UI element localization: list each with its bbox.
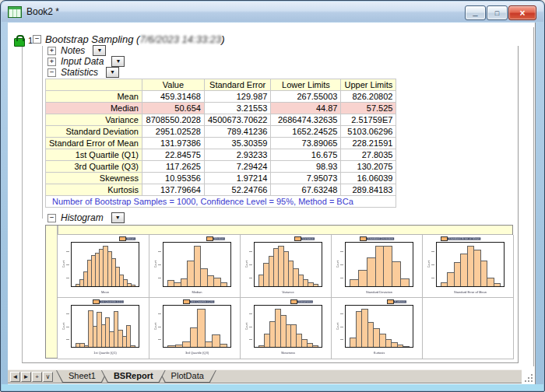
tab-scroll-right-button[interactable]: ►	[21, 372, 31, 382]
y-tick	[340, 313, 343, 314]
x-axis-label: 1st Quartile (Q1)	[84, 351, 127, 355]
maximize-icon: □	[495, 9, 499, 17]
histogram-bar	[312, 345, 318, 347]
histogram-bar	[130, 345, 135, 347]
row-label: Median	[46, 103, 142, 114]
input-data-dropdown-button[interactable]: ▼	[111, 56, 125, 67]
cell-value: 789.41236	[204, 126, 270, 138]
root-expander[interactable]: −	[33, 35, 41, 44]
cell-value: 16.675	[271, 149, 341, 161]
bootstrap-footnote: Number of Bootstrap Samples = 1000, Conf…	[46, 196, 396, 208]
cell-value: 1652.24525	[271, 126, 341, 138]
notes-expander[interactable]: +	[47, 47, 56, 55]
histogram-plot[interactable]	[345, 242, 413, 287]
resize-grip[interactable]	[525, 374, 533, 383]
grid-row-header	[46, 226, 58, 358]
histogram-plot[interactable]	[163, 242, 231, 287]
notes-label: Notes	[61, 45, 85, 56]
x-axis-label: Standard Error of Mean	[449, 290, 492, 294]
sheet-tab-plotdata[interactable]: PlotData	[159, 370, 216, 383]
section-input-data: + Input Data ▼	[47, 56, 125, 67]
histogram-cell-standard-deviation: Standard DeviationCountStandard Deviatio…	[332, 235, 423, 298]
cell-value: 57.525	[341, 103, 396, 114]
x-axis-label: Median	[176, 290, 219, 294]
cell-value: 826.20802	[341, 91, 396, 103]
maximize-button[interactable]: □	[487, 5, 508, 20]
cell-value: 137.79664	[142, 184, 204, 196]
column-header: Standard Error	[204, 79, 270, 91]
statistics-dropdown-button[interactable]: ▼	[106, 67, 119, 78]
cell-value: 5103.06296	[341, 126, 396, 138]
statistics-expander[interactable]: −	[47, 68, 56, 77]
vertical-scrollbar[interactable]	[533, 27, 534, 366]
table-row: Variance8708550.20284500673.706222686474…	[46, 114, 396, 126]
input-data-label: Input Data	[61, 56, 104, 67]
histogram-cell-mean: MeanCountMean	[58, 235, 149, 298]
x-axis-label: 3rd Quartile (Q3)	[176, 351, 219, 355]
legend-swatch	[93, 299, 100, 304]
sheet-tab-sheet1[interactable]: Sheet1	[56, 370, 108, 383]
histogram-plot[interactable]	[436, 242, 505, 287]
column-header	[46, 79, 142, 91]
chevron-down-icon: ▼	[115, 58, 121, 64]
legend-label: Mean	[126, 237, 135, 240]
window-title: Book2 *	[26, 6, 59, 17]
tab-label: Sheet1	[56, 370, 108, 382]
cell-value: 4500673.70622	[204, 114, 270, 126]
grid-column-header	[58, 226, 512, 235]
plot-legend: 3rd Quartile (Q3)	[183, 299, 234, 304]
y-tick	[158, 278, 161, 278]
histogram-plot[interactable]	[254, 242, 322, 287]
legend-label: Median	[213, 237, 225, 240]
histogram-plot[interactable]	[163, 305, 231, 348]
y-tick	[340, 327, 343, 327]
tab-scroll-left-button[interactable]: ◄	[10, 372, 20, 382]
report-root-row: − Bootstrap Sampling (7/6/2023 14:33:23)	[33, 33, 225, 45]
section-notes: + Notes ▼	[47, 45, 106, 56]
plot-legend: Standard Deviation	[360, 236, 417, 241]
cell-value: 2686474.32635	[271, 114, 341, 126]
plot-legend: Median	[206, 236, 234, 241]
statistics-table: ValueStandard ErrorLower LimitsUpper Lim…	[45, 79, 396, 208]
title-bar[interactable]: Book2 * ─ □ ×	[2, 2, 543, 22]
notes-dropdown-button[interactable]: ▼	[93, 45, 106, 56]
legend-swatch	[206, 236, 213, 241]
minimize-button[interactable]: ─	[465, 5, 486, 20]
close-button[interactable]: ×	[508, 5, 536, 20]
y-tick	[158, 251, 161, 252]
y-axis-label: Count	[154, 322, 157, 329]
histogram-plot[interactable]	[345, 305, 413, 348]
histogram-expander[interactable]: −	[47, 214, 56, 222]
input-data-expander[interactable]: +	[47, 58, 56, 66]
cell-value: 2.51759E7	[341, 114, 396, 126]
plot-legend: Mean	[119, 236, 143, 241]
histogram-bar	[494, 283, 501, 286]
chevron-down-icon: ▼	[115, 215, 121, 220]
histogram-bar	[220, 344, 228, 347]
y-axis-label: Count	[62, 261, 65, 268]
legend-label: Standard Deviation	[367, 237, 394, 240]
tab-list-button[interactable]: ∨	[43, 372, 53, 382]
cell-value: 459.31468	[142, 91, 204, 103]
y-axis-label: Count	[245, 261, 248, 268]
close-icon: ×	[519, 8, 525, 19]
sheet-tab-bsreport[interactable]: BSReport	[101, 370, 166, 383]
cell-value: 8708550.2028	[142, 114, 204, 126]
legend-label: Standard Error of Mean	[448, 237, 480, 240]
cell-value: 3.21553	[204, 103, 270, 114]
add-sheet-button[interactable]: +	[32, 372, 42, 382]
cell-value: 131.97386	[142, 138, 204, 149]
x-axis-label: Mean	[84, 290, 127, 294]
y-tick	[249, 264, 252, 265]
workbook-icon	[8, 6, 22, 18]
window-controls: ─ □ ×	[465, 5, 536, 20]
column-header: Value	[142, 79, 204, 91]
histogram-plot[interactable]	[254, 305, 322, 348]
histogram-label: Histogram	[61, 212, 104, 223]
y-tick	[66, 339, 69, 340]
cell-value: 267.55003	[271, 91, 341, 103]
histogram-dropdown-button[interactable]: ▼	[111, 212, 125, 223]
table-row: 3rd Quartile (Q3)117.26257.2942498.93130…	[46, 161, 396, 173]
histogram-plot[interactable]	[71, 242, 139, 287]
histogram-plot[interactable]	[71, 305, 139, 348]
